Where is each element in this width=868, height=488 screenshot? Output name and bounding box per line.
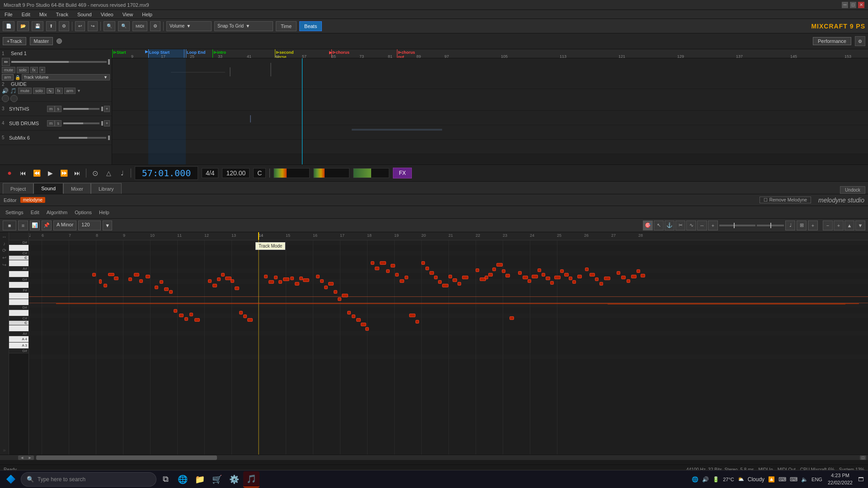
edge-button[interactable]: 🌐 <box>175 471 191 488</box>
zoom-out-button[interactable]: − <box>823 221 833 230</box>
time-button[interactable]: Time <box>276 21 297 31</box>
track-2-arm[interactable]: arm <box>64 88 76 94</box>
bpm-dropdown[interactable]: ▼ <box>103 221 112 230</box>
note-blob[interactable] <box>212 284 217 287</box>
note-blob[interactable] <box>347 311 351 314</box>
save-button[interactable]: 💾 <box>32 21 43 31</box>
file-explorer-button[interactable]: 📁 <box>192 471 208 488</box>
settings-button[interactable]: ⚙ <box>59 21 69 31</box>
note-blob[interactable] <box>316 275 320 278</box>
piano-key-a3b[interactable]: A 3 <box>9 343 28 349</box>
note-blob[interactable] <box>528 279 531 283</box>
track-1-arm[interactable]: arm <box>2 74 14 80</box>
note-blob[interactable] <box>146 275 150 278</box>
editor-tool-arrows[interactable]: ↔ <box>697 221 707 230</box>
piano-key-f3[interactable] <box>9 293 28 299</box>
play-button[interactable]: ▶ <box>45 168 55 178</box>
note-blob[interactable] <box>303 278 309 282</box>
performance-button[interactable]: Performance <box>813 37 851 45</box>
note-blob[interactable] <box>434 276 438 279</box>
note-blob[interactable] <box>386 269 390 273</box>
note-blob[interactable] <box>184 317 188 321</box>
network-icon[interactable]: 🌐 <box>691 475 699 483</box>
new-file-button[interactable]: 📄 <box>3 21 14 31</box>
note-blob[interactable] <box>208 279 212 283</box>
piano-key-g3[interactable] <box>9 282 28 288</box>
note-blob[interactable] <box>550 281 554 285</box>
piano-roll-scrollbar[interactable]: ◄ ► ⊡ <box>0 455 868 460</box>
note-blob[interactable] <box>221 273 225 277</box>
track-4-m[interactable]: m <box>47 120 55 127</box>
undo-button[interactable]: ↩ <box>75 21 85 31</box>
note-blob[interactable] <box>599 282 603 286</box>
tab-mixer[interactable]: Mixer <box>63 183 91 194</box>
bpm-selector[interactable]: 120 <box>78 221 101 230</box>
piano-key-d4[interactable] <box>9 245 28 251</box>
note-blob[interactable] <box>448 275 452 278</box>
search2-button[interactable]: 🔍 <box>118 21 130 31</box>
note-blob[interactable] <box>617 271 620 275</box>
menu-video[interactable]: Video <box>99 11 115 18</box>
note-blob[interactable] <box>114 277 118 280</box>
editor-tool-cursor[interactable]: ↖ <box>654 221 664 230</box>
track-3-add[interactable]: + <box>104 106 110 112</box>
note-blob[interactable] <box>395 273 399 277</box>
snap-button[interactable]: △ <box>104 168 113 178</box>
export-button[interactable]: ⬆ <box>46 21 56 31</box>
editor-tool-mode[interactable]: ■ <box>3 221 16 230</box>
piano-key-a4[interactable]: A 4 <box>9 336 28 343</box>
note-blob[interactable] <box>189 313 193 316</box>
piano-key-a3[interactable] <box>9 271 28 277</box>
track-1-fx[interactable]: fx <box>30 67 38 73</box>
editor-tool-separate[interactable]: ✂ <box>675 221 685 230</box>
redo-button[interactable]: ↪ <box>88 21 98 31</box>
note-blob[interactable] <box>458 282 461 286</box>
note-blob[interactable] <box>320 279 324 283</box>
note-blob[interactable] <box>641 274 645 277</box>
note-blob[interactable] <box>169 290 173 294</box>
piano-key-cs4[interactable]: C# <box>9 251 28 256</box>
note-blob[interactable] <box>453 278 457 282</box>
editor-algorithm-menu[interactable]: Algorithm <box>44 209 70 216</box>
zoom-down-button[interactable]: ▼ <box>855 221 865 230</box>
track-4-add[interactable]: + <box>104 120 110 127</box>
track-1-solo[interactable]: solo <box>17 67 29 73</box>
note-blob[interactable] <box>405 276 408 279</box>
note-blob[interactable] <box>239 311 243 314</box>
piano-key-gs3[interactable]: G# <box>9 277 28 282</box>
key-selector[interactable]: A Minor <box>53 221 76 230</box>
panel-zoom-icon[interactable]: ↔ <box>2 234 7 239</box>
note-blob[interactable] <box>164 287 169 291</box>
note-blob[interactable] <box>409 314 415 317</box>
note-blob[interactable] <box>299 277 303 280</box>
note-blob[interactable] <box>485 276 488 279</box>
note-blob[interactable] <box>502 269 505 273</box>
note-blob[interactable] <box>564 273 569 277</box>
volume-icon[interactable]: 🔈 <box>800 475 809 483</box>
note-blob[interactable] <box>92 273 96 277</box>
track-1-volume-dropdown[interactable]: Track Volume▼ <box>22 74 110 80</box>
note-blob[interactable] <box>604 277 610 280</box>
chevron-icon[interactable]: 🔼 <box>767 475 776 483</box>
editor-edit-menu[interactable]: Edit <box>28 209 42 216</box>
editor-options-menu[interactable]: Options <box>72 209 94 216</box>
zoom-up-button[interactable]: ▲ <box>844 221 854 230</box>
note-blob[interactable] <box>155 286 158 289</box>
note-blob[interactable] <box>160 280 163 284</box>
track-3-s[interactable]: s <box>55 106 61 112</box>
note-blob[interactable] <box>108 273 114 276</box>
note-blob[interactable] <box>128 277 132 281</box>
piano-key-cs3[interactable]: C# <box>9 316 28 321</box>
track-3-m[interactable]: m <box>47 106 55 112</box>
menu-file[interactable]: File <box>3 11 14 18</box>
open-button[interactable]: 📂 <box>17 21 29 31</box>
slider-handle[interactable] <box>770 223 771 228</box>
master-button[interactable]: Master <box>30 37 53 45</box>
piano-key-fs3[interactable]: F# <box>9 288 28 293</box>
note-blob[interactable] <box>235 286 239 290</box>
editor-tool-plus[interactable]: + <box>708 221 718 230</box>
note-blob[interactable] <box>247 318 253 322</box>
rewind-button[interactable]: ⏪ <box>32 168 42 178</box>
record-button[interactable]: ● <box>5 168 14 178</box>
note-blob[interactable] <box>569 277 572 280</box>
